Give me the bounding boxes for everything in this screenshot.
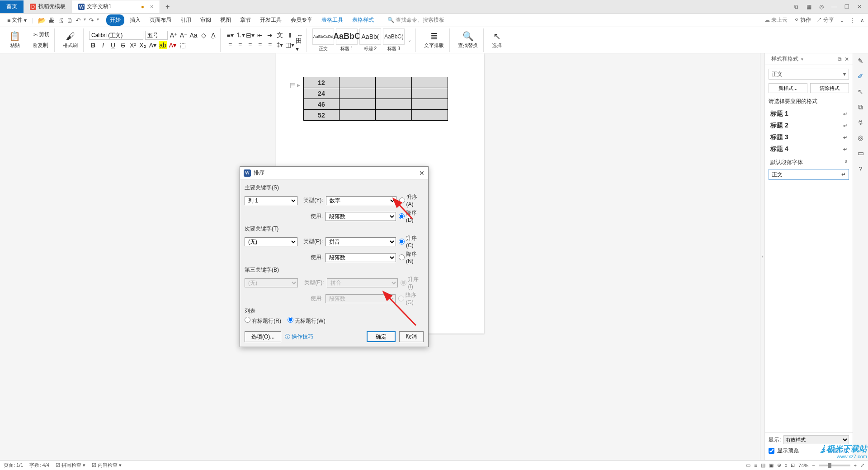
superscript-button[interactable]: X² — [129, 41, 137, 49]
increase-indent-button[interactable]: ⇥ — [266, 31, 274, 39]
increase-font-icon[interactable]: A⁺ — [170, 31, 178, 39]
change-case-icon[interactable]: Aa — [189, 31, 198, 39]
more-menu-icon[interactable]: ⋮ — [849, 17, 855, 24]
tab-template-label: 找稻壳模板 — [38, 3, 66, 10]
borders-button[interactable]: 田▾ — [296, 41, 304, 49]
share-caret-icon[interactable]: ⌄ — [840, 17, 844, 24]
bullets-button[interactable]: ≡▾ — [226, 31, 234, 39]
ribbon: 📋粘贴 ✂ 剪切 ⎘ 复制 🖌格式刷 A⁺ A⁻ Aa ◇ A̤ B I U — [0, 27, 868, 53]
decrease-indent-button[interactable]: ⇤ — [256, 31, 264, 39]
text-layout-button[interactable]: ≣文字排版 — [421, 30, 447, 50]
ribbon-tabs: 开始 插入 页面布局 引用 审阅 视图 章节 开发工具 会员专享 表格工具 表格… — [106, 14, 377, 26]
decrease-font-icon[interactable]: A⁻ — [179, 31, 188, 39]
font-size-select[interactable] — [145, 31, 168, 40]
file-menu[interactable]: ≡ 文件 ▾ — [4, 15, 30, 25]
cloud-status[interactable]: ☁ 未上云 — [764, 16, 788, 24]
menu-references[interactable]: 引用 — [177, 14, 195, 26]
line-spacing-button[interactable]: ‡▾ — [276, 41, 284, 49]
window-controls: ⧉ ▦ ◎ — ❐ ✕ — [792, 4, 868, 10]
multilevel-button[interactable]: ⊟▾ — [246, 31, 254, 39]
menu-right-cluster: ☁ 未上云 ဝ 协作 ↗ 分享 ⌄ ⋮ ∧ — [764, 16, 864, 24]
tab-document[interactable]: W 文字文稿1 ● × — [72, 0, 160, 13]
numbering-button[interactable]: ⒈▾ — [236, 31, 244, 39]
collapse-ribbon-icon[interactable]: ∧ — [860, 17, 864, 24]
minimize-button[interactable]: — — [830, 4, 838, 10]
style-label-body: 正文 — [319, 46, 328, 52]
char-border-button[interactable]: ⬚ — [179, 41, 187, 49]
caret-down-icon: ▾ — [24, 17, 27, 24]
close-window-button[interactable]: ✕ — [855, 4, 863, 10]
unsaved-dot-icon: ● — [141, 4, 144, 10]
strike-button[interactable]: S — [119, 41, 127, 49]
menu-start[interactable]: 开始 — [106, 14, 124, 26]
cut-button[interactable]: ✂ 剪切 — [32, 30, 52, 39]
avatar-icon[interactable]: ◎ — [817, 4, 826, 10]
collaborate-button[interactable]: ဝ 协作 — [793, 16, 811, 24]
underline-button[interactable]: U — [109, 41, 117, 49]
layout-toggle-icon[interactable]: ⧉ — [792, 4, 800, 10]
tab-document-label: 文字文稿1 — [87, 3, 112, 10]
undo-icon[interactable]: ↶ — [75, 17, 81, 24]
command-search[interactable]: 🔍 查找命令、搜索模板 — [387, 16, 444, 24]
menu-bar: ≡ 文件 ▾ | 📂 🖶 🖨 🗎 ↶ ▾ ↷ ▾ 开始 插入 页面布局 引用 审… — [0, 14, 868, 27]
tab-new[interactable]: + — [160, 3, 175, 11]
subscript-button[interactable]: X₂ — [139, 41, 147, 49]
text-direction-button[interactable]: 文 — [276, 31, 284, 39]
apps-grid-icon[interactable]: ▦ — [805, 4, 813, 10]
font-color-button[interactable]: A▾ — [169, 41, 177, 49]
align-distribute-button[interactable]: ≡ — [266, 41, 274, 49]
align-left-button[interactable]: ≡ — [226, 41, 234, 49]
style-preview-h2[interactable]: AaBb( — [359, 28, 381, 45]
menu-sections[interactable]: 章节 — [236, 14, 255, 26]
italic-button[interactable]: I — [99, 41, 107, 49]
align-right-button[interactable]: ≡ — [246, 41, 254, 49]
save-icon[interactable]: 🗎 — [66, 17, 73, 24]
style-preview-h1[interactable]: AaBbC — [336, 28, 358, 45]
menu-table-tools[interactable]: 表格工具 — [318, 14, 347, 26]
highlight-button[interactable]: ab — [159, 41, 167, 49]
shading-button[interactable]: ◫▾ — [286, 41, 294, 49]
format-painter-button[interactable]: 🖌格式刷 — [60, 30, 80, 50]
command-search-placeholder: 查找命令、搜索模板 — [396, 17, 444, 23]
menu-page-layout[interactable]: 页面布局 — [146, 14, 175, 26]
print-icon[interactable]: 🖶 — [48, 17, 55, 24]
tab-home[interactable]: 首页 — [0, 0, 24, 13]
copy-button[interactable]: ⎘ 复制 — [32, 41, 52, 50]
paste-button[interactable]: 📋粘贴 — [6, 30, 23, 50]
styles-more-icon[interactable]: ⌄ — [406, 38, 413, 42]
open-icon[interactable]: 📂 — [38, 17, 46, 24]
word-doc-icon: W — [78, 4, 85, 10]
menu-review[interactable]: 审阅 — [197, 14, 215, 26]
menu-insert[interactable]: 插入 — [126, 14, 144, 26]
file-menu-label: 文件 — [12, 16, 23, 24]
tab-template[interactable]: D 找稻壳模板 — [24, 0, 72, 13]
menu-member[interactable]: 会员专享 — [287, 14, 316, 26]
char-spacing-button[interactable]: Ⅱ — [286, 31, 294, 39]
font-effects-button[interactable]: A▾ — [149, 41, 157, 49]
align-justify-button[interactable]: ≡ — [256, 41, 264, 49]
phonetic-icon[interactable]: A̤ — [209, 31, 217, 39]
font-name-select[interactable] — [89, 31, 143, 40]
quick-access-toolbar: 📂 🖶 🖨 🗎 ↶ ▾ ↷ ▾ — [35, 17, 102, 24]
style-label-h3: 标题 3 — [387, 46, 400, 52]
align-center-button[interactable]: ≡ — [236, 41, 244, 49]
menu-table-styles[interactable]: 表格样式 — [349, 14, 377, 26]
tab-close-icon[interactable]: × — [150, 4, 153, 10]
share-button[interactable]: ↗ 分享 — [816, 16, 834, 24]
style-label-h2: 标题 2 — [364, 46, 377, 52]
bold-button[interactable]: B — [89, 41, 97, 49]
style-label-h1: 标题 1 — [340, 46, 353, 52]
title-tab-bar: 首页 D 找稻壳模板 W 文字文稿1 ● × + ⧉ ▦ ◎ — ❐ ✕ — [0, 0, 868, 14]
clear-format-icon[interactable]: ◇ — [199, 31, 208, 39]
daoc殻-icon: D — [30, 4, 36, 10]
redo-icon[interactable]: ↷ — [89, 17, 94, 24]
restore-button[interactable]: ❐ — [843, 4, 851, 10]
print-preview-icon[interactable]: 🖨 — [57, 17, 64, 24]
menu-view[interactable]: 视图 — [217, 14, 235, 26]
style-preview-h3[interactable]: AaBbC( — [383, 28, 405, 45]
find-replace-button[interactable]: 🔍查找替换 — [455, 30, 481, 50]
style-preview-body[interactable]: AaBbCcDd — [312, 28, 334, 45]
select-button[interactable]: ↖选择 — [489, 30, 505, 50]
hamburger-icon: ≡ — [7, 17, 10, 24]
menu-dev-tools[interactable]: 开发工具 — [256, 14, 285, 26]
